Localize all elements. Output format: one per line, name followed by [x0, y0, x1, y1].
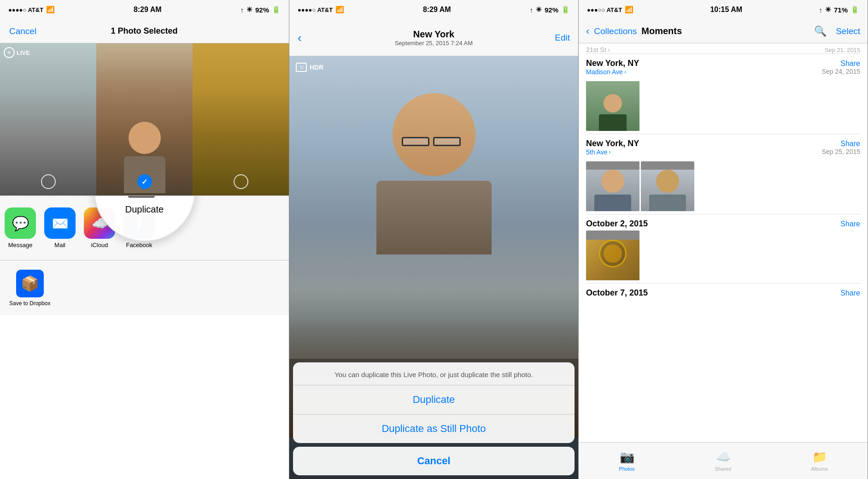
select-circle-3[interactable] — [234, 174, 248, 189]
panel-3: ●●●○○ AT&T 📶 10:15 AM ↑ ✳ 71% 🔋 ‹ Collec… — [579, 0, 868, 479]
battery-icon-p1: 🔋 — [272, 6, 281, 14]
time-p1: 8:29 AM — [134, 6, 162, 14]
moment-1-photos — [586, 81, 860, 131]
battery-icon-p2: 🔋 — [561, 6, 570, 14]
mail-icon[interactable]: ✉️ — [44, 207, 76, 239]
tab-photos[interactable]: 📷 Photos — [579, 443, 675, 479]
moment-1-date: Sep 24, 2015 — [822, 68, 860, 75]
photos-tab-label: Photos — [619, 466, 634, 472]
battery-p1: 92% — [255, 6, 269, 14]
duplicate-icon: + — [126, 195, 163, 200]
p3-navigation: ‹ Collections Moments 🔍 Select — [579, 19, 868, 43]
moment-1-share[interactable]: Share — [840, 59, 860, 67]
tab-albums[interactable]: 📁 Albums — [771, 443, 868, 479]
mail-share[interactable]: ✉️ Mail — [44, 207, 76, 248]
carrier-p3: ●●●○○ AT&T — [587, 6, 622, 13]
collections-button[interactable]: Collections — [594, 26, 637, 36]
photos-grid: ⊙ LIVE ✓ — [0, 43, 289, 195]
moment-1-header: New York, NY Madison Ave › Share Sep 24,… — [586, 59, 860, 79]
status-bar-p1: ●●●●○ AT&T 📶 8:29 AM ↑ ✳ 92% 🔋 — [0, 0, 289, 19]
moment-group-4: October 7, 2015 Share — [579, 284, 868, 302]
albums-tab-label: Albums — [811, 466, 828, 472]
moments-title: Moments — [641, 26, 809, 36]
p2-photo-area[interactable]: ☐ HDR You can duplicate this Live Photo,… — [289, 56, 578, 479]
p2-subtitle: September 25, 2015 7:24 AM — [395, 40, 473, 47]
hdr-box-icon: ☐ — [296, 63, 307, 72]
duplicate-circle-label: Duplicate — [125, 204, 164, 215]
back-button-p2[interactable]: ‹ — [298, 30, 302, 45]
checkmark-icon: ✓ — [141, 177, 147, 186]
action-sheet-message: You can duplicate this Live Photo, or ju… — [293, 362, 575, 385]
moment-2-photo-1[interactable] — [586, 161, 639, 211]
duplicate-button[interactable]: Duplicate — [293, 385, 575, 414]
moment-3-photo-1[interactable] — [586, 231, 639, 280]
bluetooth-icon-p1: ✳ — [246, 6, 252, 14]
edit-button[interactable]: Edit — [555, 33, 570, 43]
bluetooth-icon-p3: ✳ — [825, 6, 831, 14]
cancel-button[interactable]: Cancel — [9, 26, 36, 36]
live-badge: ⊙ LIVE — [4, 47, 30, 58]
location-icon-p1: ↑ — [240, 6, 244, 14]
old-location: 21st St › — [586, 46, 610, 53]
old-moment-header: 21st St › Sep 21, 2015 — [579, 43, 868, 53]
save-dropbox-label: Save to Dropbox — [9, 300, 50, 307]
moment-2-header: New York, NY 5th Ave › Share Sep 25, 201… — [586, 139, 860, 160]
shared-tab-icon: ☁️ — [716, 450, 731, 464]
location-icon-p3: ↑ — [819, 6, 822, 14]
moment-1-location: New York, NY — [586, 59, 639, 68]
madison-ave-text[interactable]: Madison Ave — [586, 68, 623, 76]
moment-2-photo-2[interactable] — [641, 161, 694, 211]
time-p2: 8:29 AM — [423, 6, 451, 14]
mail-label: Mail — [54, 242, 65, 248]
action-sheet-main-group: You can duplicate this Live Photo, or ju… — [293, 362, 575, 443]
moment-4-header: October 7, 2015 Share — [586, 288, 860, 298]
facebook-label: Facebook — [126, 242, 152, 248]
moment-1-sublocation[interactable]: Madison Ave › — [586, 68, 639, 76]
duplicate-still-button[interactable]: Duplicate as Still Photo — [293, 414, 575, 443]
p2-navigation: ‹ New York September 25, 2015 7:24 AM Ed… — [289, 19, 578, 56]
select-circle-2[interactable]: ✓ — [137, 174, 152, 189]
moment-2-share[interactable]: Share — [840, 140, 860, 148]
photo-2[interactable]: ✓ — [96, 43, 193, 195]
moment-1-photo-1[interactable] — [586, 81, 639, 131]
photo-3[interactable] — [193, 43, 289, 195]
hdr-badge-p2: ☐ HDR — [296, 63, 323, 72]
old-date: Sep 21, 2015 — [825, 47, 860, 53]
messages-share[interactable]: 💬 Message — [5, 207, 36, 248]
moment-4-location: October 7, 2015 — [586, 288, 648, 298]
moment-2-photos — [586, 161, 860, 211]
back-chevron-p3[interactable]: ‹ — [586, 25, 589, 37]
dup-card-front: + — [128, 195, 155, 198]
action-sheet-overlay: You can duplicate this Live Photo, or ju… — [289, 359, 578, 479]
albums-tab-icon: 📁 — [812, 450, 827, 464]
select-button[interactable]: Select — [836, 26, 860, 36]
select-circle-1[interactable] — [41, 174, 56, 189]
wifi-icon-p2: 📶 — [335, 6, 344, 14]
panel-1: ●●●●○ AT&T 📶 8:29 AM ↑ ✳ 92% 🔋 Cancel 1 … — [0, 0, 289, 479]
moment-3-share[interactable]: Share — [840, 220, 860, 228]
action-sheet: You can duplicate this Live Photo, or ju… — [289, 359, 578, 479]
tab-bar: 📷 Photos ☁️ Shared 📁 Albums — [579, 442, 868, 479]
messages-label: Message — [8, 242, 33, 248]
status-bar-p2: ●●●●○ AT&T 📶 8:29 AM ↑ ✳ 92% 🔋 — [289, 0, 578, 19]
moment-4-share[interactable]: Share — [840, 289, 860, 297]
location-icon-p2: ↑ — [529, 6, 533, 14]
person-photo — [365, 93, 503, 241]
tab-shared[interactable]: ☁️ Shared — [675, 443, 771, 479]
moment-2-location: New York, NY — [586, 139, 639, 148]
messages-icon[interactable]: 💬 — [5, 207, 36, 239]
moment-2-sublocation[interactable]: 5th Ave › — [586, 148, 639, 156]
battery-p2: 92% — [545, 6, 558, 14]
cancel-action-button[interactable]: Cancel — [293, 447, 575, 475]
dropbox-icon[interactable]: 📦 — [16, 270, 44, 297]
p2-title: New York — [413, 29, 454, 40]
photo-1[interactable]: ⊙ LIVE — [0, 43, 96, 195]
share-apps-row: 💬 Message ✉️ Mail ☁️ iCloud f Facebook — [0, 195, 289, 260]
search-button[interactable]: 🔍 — [814, 25, 827, 37]
icloud-label: iCloud — [91, 242, 108, 248]
5th-ave-text[interactable]: 5th Ave — [586, 148, 607, 156]
moments-content: 21st St › Sep 21, 2015 New York, NY Madi… — [579, 43, 868, 442]
save-dropbox-action[interactable]: 📦 Save to Dropbox — [9, 270, 50, 307]
battery-p3: 71% — [834, 6, 848, 14]
actions-row: 📦 Save to Dropbox — [0, 260, 289, 315]
